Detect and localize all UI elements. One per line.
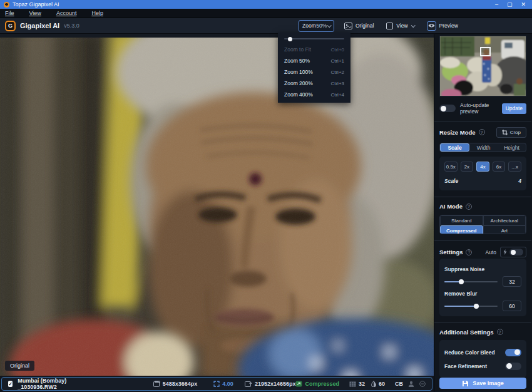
- ai-mode-standard[interactable]: Standard: [440, 215, 483, 225]
- view-dropdown-button[interactable]: View: [384, 21, 416, 31]
- close-button[interactable]: ✕: [521, 0, 526, 9]
- lightning-icon: [503, 249, 507, 255]
- ai-mode-art[interactable]: Art: [483, 225, 526, 234]
- remove-blur-slider[interactable]: [444, 306, 498, 307]
- file-name: Mumbai (Bombay) _1030936.RW2: [18, 378, 83, 390]
- chevron-down-icon: [411, 23, 415, 28]
- slider-handle[interactable]: [474, 304, 479, 309]
- original-button[interactable]: Original: [342, 21, 376, 31]
- menu-file[interactable]: File: [0, 10, 22, 16]
- scale-factor: 4.00: [222, 381, 233, 387]
- statusbar: ✓ Mumbai (Bombay) _1030936.RW2 5488x3664…: [0, 376, 434, 392]
- titlebar: Topaz Gigapixel AI – ▢ ✕: [0, 0, 532, 9]
- zoom-slider[interactable]: [278, 33, 350, 44]
- remove-blur-value[interactable]: 60: [503, 301, 521, 311]
- compressed-mode-icon: [295, 381, 302, 387]
- color-bleed-indicator: CB: [395, 381, 403, 387]
- gigapixel-logo-icon: G: [5, 21, 16, 31]
- view-label: View: [396, 23, 407, 29]
- chevron-down-icon: [327, 23, 332, 28]
- settings-title: Settings: [439, 249, 463, 255]
- auto-update-toggle[interactable]: [439, 105, 456, 112]
- zoom-region-box[interactable]: [480, 47, 491, 56]
- info-icon[interactable]: ?: [466, 204, 472, 210]
- blur-droplet-icon: [371, 381, 376, 387]
- image-canvas[interactable]: Original: [0, 34, 434, 376]
- single-view-icon: [386, 23, 393, 29]
- menu-view[interactable]: View: [22, 10, 49, 16]
- input-image-icon: [153, 381, 160, 387]
- suppress-noise-slider[interactable]: [444, 281, 498, 282]
- resize-mode-tabs: Scale Width Height: [439, 143, 526, 153]
- original-label: Original: [356, 23, 374, 29]
- menu-item-zoom-400[interactable]: Zoom 400% Ctrl+4: [278, 89, 350, 100]
- tab-width[interactable]: Width: [469, 143, 498, 152]
- eye-icon: [427, 21, 436, 31]
- scale-4x-button[interactable]: 4x: [476, 162, 489, 172]
- zoom-value: 50%: [316, 23, 327, 29]
- zoom-dropdown-button[interactable]: Zoom 50%: [299, 20, 334, 32]
- reduce-color-bleed-label: Reduce Color Bleed: [444, 349, 495, 356]
- suppress-noise-value[interactable]: 32: [503, 276, 521, 287]
- input-size: 5488x3664px: [163, 381, 198, 387]
- menu-help[interactable]: Help: [84, 10, 111, 16]
- settings-card: Suppress Noise 32 Remove Blur 60: [439, 259, 526, 316]
- scale-card: 0.5x 2x 4x 6x ...x Scale 4: [439, 157, 526, 190]
- additional-settings-card: Reduce Color Bleed Face Refinement: [439, 340, 526, 378]
- ai-mode-architectural[interactable]: Architectural: [483, 215, 526, 225]
- reduce-color-bleed-toggle[interactable]: [505, 349, 521, 356]
- save-image-button[interactable]: Save Image: [439, 378, 526, 389]
- face-refinement-icon: [408, 381, 414, 387]
- face-refinement-toggle[interactable]: [505, 363, 521, 370]
- menu-item-zoom-50[interactable]: Zoom 50% Ctrl+1: [278, 55, 350, 66]
- window-title: Topaz Gigapixel AI: [13, 1, 59, 8]
- app-version: v5.3.0: [64, 23, 79, 29]
- maximize-button[interactable]: ▢: [507, 0, 513, 9]
- original-view-badge: Original: [5, 361, 34, 371]
- thumbnail-image: [440, 36, 526, 96]
- save-icon: [462, 380, 469, 387]
- menu-item-zoom-to-fit[interactable]: Zoom to Fit Ctrl+0: [278, 44, 350, 55]
- menu-item-zoom-100[interactable]: Zoom 100% Ctrl+2: [278, 66, 350, 78]
- info-icon[interactable]: ?: [479, 129, 485, 135]
- menubar: File View Account Help: [0, 9, 532, 18]
- file-row[interactable]: ✓ Mumbai (Bombay) _1030936.RW2 5488x3664…: [1, 377, 432, 391]
- ai-mode-options: Standard Architectural Compressed Art: [439, 215, 526, 234]
- scale-value: 4: [518, 178, 521, 184]
- zoom-dropdown-menu: Zoom to Fit Ctrl+0 Zoom 50% Ctrl+1 Zoom …: [278, 33, 350, 103]
- portrait-photo: [0, 38, 434, 376]
- tab-height[interactable]: Height: [498, 143, 526, 152]
- toolbar: G Gigapixel AI v5.3.0 Zoom 50% Original …: [0, 18, 532, 34]
- navigation-thumbnail[interactable]: [439, 36, 526, 96]
- preview-label: Preview: [439, 23, 458, 29]
- crop-icon: [502, 130, 508, 135]
- minimize-button[interactable]: –: [495, 0, 498, 9]
- ai-mode-compressed[interactable]: Compressed: [440, 225, 483, 234]
- info-icon[interactable]: ?: [497, 329, 503, 335]
- scale-0.5x-button[interactable]: 0.5x: [444, 162, 458, 172]
- auto-settings-control: [500, 247, 526, 257]
- zoom-label: Zoom: [302, 23, 316, 29]
- auto-update-label: Auto-update preview: [460, 102, 502, 115]
- image-icon: [344, 23, 352, 29]
- scale-custom-button[interactable]: ...x: [508, 162, 521, 172]
- auto-label: Auto: [486, 249, 497, 255]
- remove-file-icon[interactable]: [419, 381, 426, 387]
- menu-item-zoom-200[interactable]: Zoom 200% Ctrl+3: [278, 78, 350, 89]
- tab-scale[interactable]: Scale: [440, 143, 469, 152]
- update-button[interactable]: Update: [502, 103, 526, 114]
- info-icon[interactable]: ?: [466, 249, 472, 255]
- zoom-slider-handle[interactable]: [288, 37, 292, 41]
- scale-arrows-icon: [213, 381, 220, 387]
- scale-6x-button[interactable]: 6x: [493, 162, 506, 172]
- file-checkbox[interactable]: ✓: [8, 381, 13, 387]
- scale-value-label: Scale: [444, 178, 458, 184]
- slider-handle[interactable]: [459, 279, 464, 284]
- preview-toggle-button[interactable]: Preview: [424, 20, 461, 32]
- crop-button[interactable]: Crop: [496, 127, 526, 138]
- auto-settings-toggle[interactable]: [509, 249, 523, 255]
- scale-2x-button[interactable]: 2x: [461, 162, 474, 172]
- noise-value: 32: [359, 381, 365, 387]
- settings-sidebar: Auto-update preview Update Resize Mode ?…: [434, 34, 531, 392]
- menu-account[interactable]: Account: [49, 10, 84, 16]
